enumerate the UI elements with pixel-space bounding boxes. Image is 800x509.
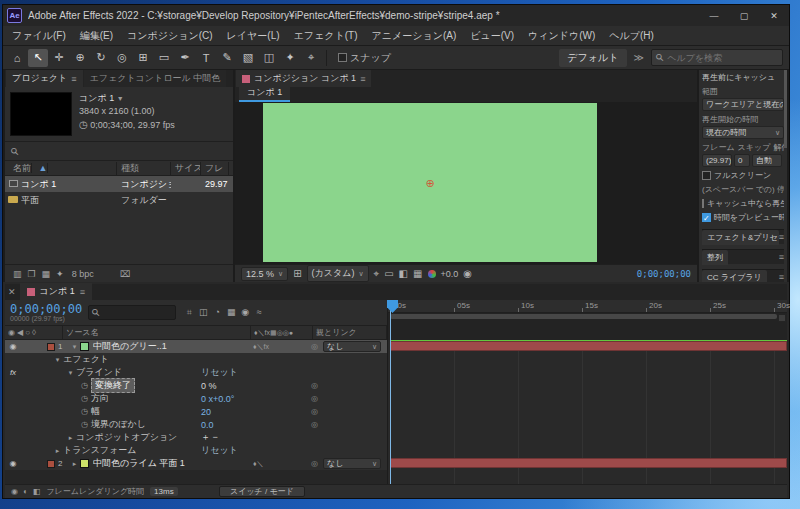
play-if-caching-option[interactable]: キャッシュ中なら再生 bbox=[702, 198, 784, 209]
project-search-input[interactable] bbox=[23, 146, 227, 156]
source-name-column[interactable]: ソース名 bbox=[63, 326, 251, 339]
color-depth-button[interactable]: 8 bpc bbox=[72, 269, 94, 279]
panel-menu-icon[interactable]: ≡ bbox=[71, 74, 76, 84]
delete-icon[interactable]: ⌧ bbox=[120, 269, 130, 279]
interpret-footage-icon[interactable]: ▥ bbox=[13, 269, 22, 279]
table-row[interactable]: コンポ 1コンポジション29.97 bbox=[5, 176, 233, 192]
workspace-selector[interactable]: デフォルト bbox=[559, 49, 626, 67]
stopwatch-icon[interactable]: ◷ bbox=[78, 381, 91, 390]
expression-pickwhip-icon[interactable]: ◎ bbox=[311, 381, 318, 390]
menu-item-5[interactable]: アニメーション(A) bbox=[364, 26, 463, 46]
panel-menu-icon[interactable]: ≡ bbox=[779, 252, 784, 262]
panel-menu-icon[interactable]: ≡ bbox=[360, 74, 365, 84]
shape-tool-icon[interactable]: ▭ bbox=[154, 49, 174, 67]
close-panel-icon[interactable]: ✕ bbox=[8, 287, 16, 297]
hide-shy-layers-icon[interactable]: ◔ bbox=[210, 307, 224, 318]
play-start-select[interactable]: 現在の時間∨ bbox=[702, 126, 784, 139]
hand-tool-icon[interactable]: ✛ bbox=[49, 49, 69, 67]
safe-zones-icon[interactable]: ⌖ bbox=[374, 268, 380, 280]
column-name[interactable]: 名前 ▲ bbox=[5, 162, 117, 175]
stopwatch-icon[interactable]: ◷ bbox=[78, 394, 91, 403]
menu-item-0[interactable]: ファイル(F) bbox=[5, 26, 73, 46]
group-name[interactable]: コンポジットオプション bbox=[76, 431, 177, 444]
timeline-row[interactable]: ▾エフェクト bbox=[5, 353, 387, 366]
camera-tool-icon[interactable]: ◎ bbox=[112, 49, 132, 67]
menu-item-7[interactable]: ウィンドウ(W) bbox=[521, 26, 602, 46]
home-icon[interactable]: ⌂ bbox=[7, 49, 27, 67]
selection-tool-icon[interactable]: ↖ bbox=[28, 49, 48, 67]
property-value[interactable]: 0.0 bbox=[201, 420, 214, 430]
stopwatch-icon[interactable]: ◷ bbox=[78, 420, 91, 429]
draft-3d-icon[interactable]: ◫ bbox=[196, 307, 210, 318]
fullscreen-option[interactable]: フルスクリーン bbox=[702, 170, 784, 181]
current-time-indicator[interactable] bbox=[390, 300, 391, 484]
adjust-icon[interactable]: ✦ bbox=[56, 269, 64, 279]
transparency-grid-icon[interactable]: ▦ bbox=[413, 268, 422, 280]
resolution-select[interactable]: (カスタム)∨ bbox=[307, 265, 369, 282]
expression-pickwhip-icon[interactable]: ◎ bbox=[311, 394, 318, 403]
parent-link-column[interactable]: 親とリンク bbox=[313, 326, 387, 339]
frame-rate-select[interactable]: (29.97) bbox=[702, 154, 732, 167]
menu-item-2[interactable]: コンポジション(C) bbox=[120, 26, 220, 46]
comp-info-name[interactable]: コンポ 1 ▼ bbox=[79, 92, 175, 105]
create-comp-icon[interactable]: ▦ bbox=[42, 269, 51, 279]
layer-switches[interactable]: ♦＼ bbox=[253, 459, 264, 469]
expression-pickwhip-icon[interactable]: ◎ bbox=[311, 407, 318, 416]
graph-editor-icon[interactable]: ≈ bbox=[252, 307, 266, 318]
label-color-chip[interactable] bbox=[47, 460, 55, 468]
menu-item-1[interactable]: 編集(E) bbox=[73, 26, 120, 46]
twirl-icon[interactable]: ▸ bbox=[52, 447, 63, 455]
mask-visibility-icon[interactable]: ▭ bbox=[384, 268, 393, 280]
property-value[interactable]: 20 bbox=[201, 407, 211, 417]
frame-blending-icon[interactable]: ▦ bbox=[224, 307, 238, 318]
workspace-overflow-chevrons[interactable]: ≫ bbox=[634, 52, 644, 63]
timeline-row[interactable]: ◉1▾中間色のグリー..1♦＼fx◎なし∨ bbox=[5, 340, 387, 353]
menu-item-6[interactable]: ビュー(V) bbox=[463, 26, 521, 46]
work-area-bar[interactable] bbox=[390, 314, 777, 319]
orbit-camera-tool-icon[interactable]: ↻ bbox=[91, 49, 111, 67]
layer-duration-bar[interactable] bbox=[390, 458, 787, 468]
property-name[interactable]: 方向 bbox=[91, 392, 109, 405]
timeline-row[interactable]: ◉2▸中間色のライム 平面 1♦＼◎なし∨ bbox=[5, 457, 387, 470]
timeline-row[interactable]: ◷変換終了0 %◎ bbox=[5, 379, 387, 392]
switches-modes-button[interactable]: スイッチ / モード bbox=[219, 486, 305, 497]
maximize-button[interactable]: ▢ bbox=[729, 5, 759, 26]
pan-behind-tool-icon[interactable]: ⊞ bbox=[133, 49, 153, 67]
range-select[interactable]: ワークエリアと現在の時間∨ bbox=[702, 98, 784, 111]
snapshot-icon[interactable]: ◉ bbox=[463, 268, 472, 279]
timeline-row[interactable]: fx▾ブラインドリセット bbox=[5, 366, 387, 379]
panel-tab-2[interactable]: CC ライブラリ≡ bbox=[702, 269, 784, 282]
menu-item-3[interactable]: レイヤー(L) bbox=[220, 26, 287, 46]
timeline-graph[interactable] bbox=[388, 340, 787, 484]
timeline-current-time[interactable]: 0;00;00;00 bbox=[10, 303, 82, 315]
menu-item-8[interactable]: ヘルプ(H) bbox=[602, 26, 661, 46]
layer-switches[interactable]: ♦＼fx bbox=[253, 342, 269, 352]
column-fps[interactable]: フレ bbox=[201, 162, 229, 175]
stopwatch-icon[interactable]: ◷ bbox=[78, 407, 91, 416]
composition-mini-flowchart-icon[interactable]: ⌗ bbox=[182, 307, 196, 318]
viewer-tab[interactable]: コンポ 1 bbox=[239, 85, 290, 102]
property-name[interactable]: 変換終了 bbox=[91, 378, 135, 393]
toggle-modes-pane-icon[interactable]: ◐ bbox=[23, 487, 28, 496]
property-value[interactable]: リセット bbox=[201, 366, 238, 379]
help-search-input[interactable] bbox=[667, 53, 778, 63]
twirl-icon[interactable]: ▾ bbox=[52, 356, 63, 364]
eye-icon[interactable]: ◉ bbox=[5, 342, 21, 351]
parent-pickwhip-icon[interactable]: ◎ bbox=[311, 342, 318, 351]
composition-canvas[interactable]: ⊕ bbox=[263, 103, 597, 262]
timeline-row[interactable]: ▸コンポジットオプション＋ − bbox=[5, 431, 387, 444]
cache-before-playback-option[interactable]: 再生前にキャッシュ bbox=[702, 72, 784, 83]
property-value[interactable]: 0 % bbox=[201, 381, 217, 391]
exposure-value[interactable]: +0.0 bbox=[441, 269, 459, 279]
brush-tool-icon[interactable]: ✎ bbox=[217, 49, 237, 67]
toggle-switch-pane-icon[interactable]: ◉ bbox=[11, 487, 18, 496]
composition-viewer[interactable]: ⊕ bbox=[235, 102, 697, 264]
snap-checkbox[interactable] bbox=[338, 53, 347, 62]
property-value[interactable]: リセット bbox=[201, 444, 238, 457]
twirl-icon[interactable]: ▸ bbox=[65, 434, 76, 442]
menu-item-4[interactable]: エフェクト(T) bbox=[287, 26, 365, 46]
property-value[interactable]: ＋ − bbox=[201, 431, 218, 444]
region-of-interest-icon[interactable]: ◧ bbox=[399, 268, 408, 280]
panel-menu-icon[interactable]: ≡ bbox=[779, 272, 784, 282]
snap-toggle[interactable]: スナップ bbox=[338, 51, 391, 65]
